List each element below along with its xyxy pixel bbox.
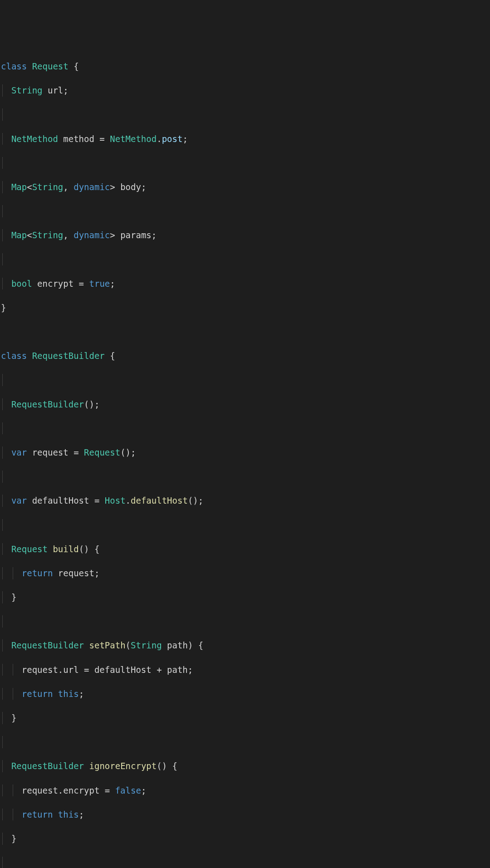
code-token: Request (11, 544, 48, 554)
code-line[interactable]: RequestBuilder setPath(String path) { (1, 639, 490, 652)
code-token (84, 761, 89, 771)
indent-guide (2, 108, 3, 121)
code-token (84, 640, 89, 650)
indent-guide (2, 664, 3, 676)
indent-guide (2, 181, 3, 193)
indent-guide (2, 736, 3, 748)
code-line[interactable] (1, 422, 490, 435)
code-line[interactable]: var defaultHost = Host.defaultHost(); (1, 495, 490, 507)
code-token: () { (79, 544, 100, 554)
code-token: < (27, 230, 32, 240)
code-line[interactable] (1, 736, 490, 748)
code-token: request.encrypt = (1, 785, 115, 795)
code-token: class (1, 61, 32, 71)
indent-guide (2, 205, 3, 217)
code-token: . (157, 134, 162, 144)
code-line[interactable]: bool encrypt = true; (1, 278, 490, 290)
code-line[interactable] (1, 374, 490, 386)
code-token: params; (120, 230, 157, 240)
code-token: var (11, 447, 27, 457)
indent-guide (2, 278, 3, 290)
code-line[interactable] (1, 519, 490, 531)
code-token: ; (141, 785, 146, 795)
code-token: (); (188, 495, 203, 505)
code-line[interactable]: Map<String, dynamic> params; (1, 229, 490, 241)
code-editor[interactable]: class Request { String url; NetMethod me… (0, 48, 490, 868)
indent-guide (2, 446, 3, 459)
code-token (48, 544, 53, 554)
code-token: var (11, 495, 27, 505)
code-line[interactable]: Map<String, dynamic> body; (1, 181, 490, 193)
code-line[interactable]: String url; (1, 84, 490, 97)
code-token: NetMethod (11, 134, 58, 144)
code-token: bool (11, 279, 32, 289)
code-line[interactable]: return this; (1, 809, 490, 821)
indent-guide (2, 422, 3, 435)
code-line[interactable]: return request; (1, 567, 490, 579)
code-line[interactable]: request.url = defaultHost + path; (1, 664, 490, 676)
code-token: Request (32, 61, 69, 71)
code-token: RequestBuilder (11, 640, 84, 650)
code-token: Request (84, 447, 120, 457)
code-token: { (69, 61, 79, 71)
indent-guide (2, 543, 3, 555)
code-line[interactable]: } (1, 712, 490, 724)
code-token: request; (53, 568, 99, 578)
code-line[interactable] (1, 157, 490, 169)
code-line[interactable]: RequestBuilder ignoreEncrypt() { (1, 760, 490, 772)
code-line[interactable] (1, 615, 490, 628)
code-line[interactable]: var request = Request(); (1, 446, 490, 459)
code-line[interactable]: class RequestBuilder { (1, 350, 490, 362)
code-token: build (53, 544, 78, 554)
code-line[interactable]: } (1, 302, 490, 314)
indent-guide (2, 639, 3, 652)
code-line[interactable] (1, 253, 490, 265)
indent-guide (2, 712, 3, 724)
code-token: Map (11, 230, 27, 240)
code-line[interactable] (1, 857, 490, 868)
code-line[interactable]: return this; (1, 688, 490, 700)
code-token: > (110, 182, 120, 192)
code-token: Map (11, 182, 27, 192)
code-token: request = (27, 447, 84, 457)
indent-guide (2, 374, 3, 386)
indent-guide (2, 833, 3, 845)
code-token: ) { (188, 640, 203, 650)
code-token: (); (120, 447, 136, 457)
code-token: this (58, 689, 79, 699)
code-token: url; (43, 85, 69, 95)
indent-guide (2, 760, 3, 772)
code-token: String (32, 230, 64, 240)
code-token: { (105, 351, 115, 361)
indent-guide (2, 157, 3, 169)
code-token (53, 809, 58, 819)
code-token: } (1, 303, 6, 313)
code-token: dynamic (74, 182, 110, 192)
code-line[interactable] (1, 471, 490, 483)
code-token: < (27, 182, 32, 192)
code-token (1, 568, 22, 578)
code-line[interactable]: Request build() { (1, 543, 490, 555)
code-token: ( (126, 640, 131, 650)
code-token: , (63, 230, 74, 240)
code-token: String (131, 640, 162, 650)
indent-guide (2, 253, 3, 265)
code-token: false (115, 785, 141, 795)
code-token: (); (84, 399, 99, 409)
code-token: return (22, 809, 53, 819)
code-token: ; (110, 279, 115, 289)
indent-guide (13, 688, 13, 700)
code-token: ; (182, 134, 187, 144)
code-token (1, 809, 22, 819)
indent-guide (13, 567, 13, 579)
code-line[interactable]: request.encrypt = false; (1, 785, 490, 797)
code-line[interactable]: RequestBuilder(); (1, 398, 490, 411)
code-line[interactable]: } (1, 833, 490, 845)
code-line[interactable]: class Request { (1, 60, 490, 73)
code-line[interactable]: } (1, 591, 490, 603)
code-line[interactable] (1, 108, 490, 121)
code-line[interactable] (1, 205, 490, 217)
code-line[interactable]: NetMethod method = NetMethod.post; (1, 133, 490, 145)
code-token: true (89, 279, 110, 289)
code-line[interactable] (1, 326, 490, 338)
